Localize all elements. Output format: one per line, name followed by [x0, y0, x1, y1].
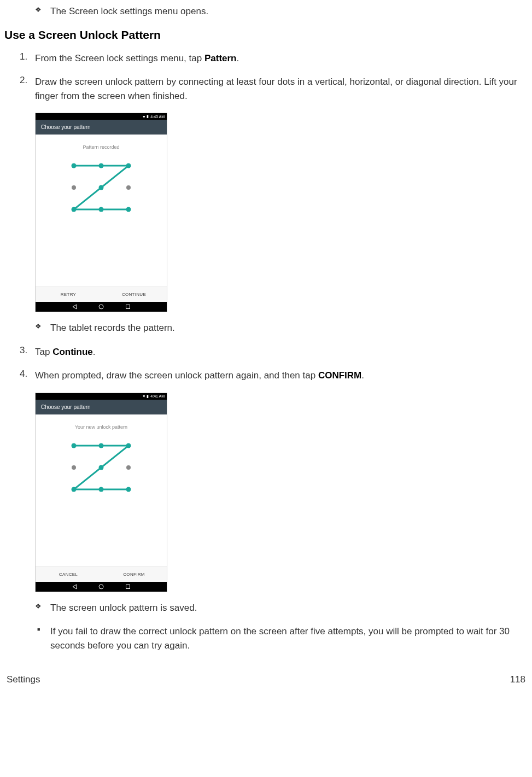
- back-icon: [72, 304, 78, 309]
- screenshot-confirm-pattern: ♥ ▮ 4:41 AM Choose your pattern Your new…: [35, 393, 167, 592]
- cancel-button: CANCEL: [36, 567, 101, 582]
- continue-button: CONTINUE: [101, 287, 167, 302]
- back-icon: [72, 584, 78, 589]
- wifi-icon: ♥: [143, 115, 145, 119]
- nav-bar: [36, 582, 167, 592]
- svg-point-1: [99, 305, 103, 309]
- svg-rect-5: [126, 585, 130, 588]
- step-3: 3. Tap Continue.: [20, 345, 528, 359]
- footer-section: Settings: [7, 674, 40, 685]
- pattern-dot: [72, 207, 77, 212]
- app-bar-title: Choose your pattern: [36, 120, 167, 135]
- phone-content: Your new unlock pattern: [36, 414, 167, 566]
- pattern-dot: [72, 443, 77, 448]
- status-time: 4:40 AM: [150, 115, 165, 119]
- step-number: 3.: [20, 345, 35, 356]
- battery-icon: ▮: [147, 394, 149, 399]
- nav-bar: [36, 302, 167, 312]
- pattern-dot: [99, 185, 104, 190]
- home-icon: [98, 584, 104, 589]
- pattern-dot: [72, 185, 76, 190]
- pattern-dot: [126, 443, 131, 448]
- result-bullet: ❖ The screen unlock pattern is saved.: [35, 601, 528, 615]
- pattern-grid: [60, 437, 142, 498]
- page-footer: Settings 118: [4, 674, 528, 685]
- pattern-dot: [126, 185, 131, 190]
- step-number: 4.: [20, 369, 35, 379]
- footer-page-number: 118: [510, 674, 525, 685]
- section-heading: Use a Screen Unlock Pattern: [4, 28, 528, 42]
- step-text: Draw the screen unlock pattern by connec…: [35, 75, 528, 103]
- svg-marker-3: [73, 585, 77, 589]
- diamond-bullet-icon: ❖: [35, 4, 50, 15]
- svg-point-4: [99, 585, 103, 589]
- pattern-dot: [72, 163, 77, 168]
- step-1: 1. From the Screen lock settings menu, t…: [20, 51, 528, 66]
- step-text: Tap Continue.: [35, 345, 96, 359]
- pattern-dot: [99, 207, 104, 212]
- step-number: 2.: [20, 75, 35, 86]
- pattern-message: Your new unlock pattern: [36, 424, 167, 430]
- pattern-dot: [72, 465, 76, 470]
- battery-icon: ▮: [147, 114, 149, 119]
- status-time: 4:41 AM: [150, 394, 165, 398]
- result-bullet: ❖ The Screen lock settings menu opens.: [35, 4, 528, 19]
- retry-button: RETRY: [36, 287, 101, 302]
- status-bar: ♥ ▮ 4:40 AM: [36, 113, 167, 120]
- phone-action-bar: RETRY CONTINUE: [36, 287, 167, 302]
- step-4: 4. When prompted, draw the screen unlock…: [20, 369, 528, 383]
- bullet-text: The screen unlock pattern is saved.: [50, 601, 197, 615]
- svg-marker-0: [73, 305, 77, 309]
- step-text: From the Screen lock settings menu, tap …: [35, 51, 239, 66]
- bullet-text: The tablet records the pattern.: [50, 321, 175, 335]
- pattern-dot: [126, 487, 131, 492]
- pattern-dot: [72, 487, 77, 492]
- confirm-button: CONFIRM: [101, 567, 167, 582]
- pattern-grid: [60, 157, 142, 218]
- phone-action-bar: CANCEL CONFIRM: [36, 566, 167, 582]
- pattern-dot: [99, 443, 104, 448]
- app-bar-title: Choose your pattern: [36, 400, 167, 414]
- pattern-dot: [126, 163, 131, 168]
- diamond-bullet-icon: ❖: [35, 321, 50, 332]
- pattern-message: Pattern recorded: [36, 144, 167, 150]
- pattern-dot: [99, 465, 104, 470]
- square-bullet-icon: ■: [37, 624, 50, 635]
- step-2: 2. Draw the screen unlock pattern by con…: [20, 75, 528, 103]
- step-text: When prompted, draw the screen unlock pa…: [35, 369, 364, 383]
- pattern-dot: [99, 163, 104, 168]
- note-bullet: ■ If you fail to draw the correct unlock…: [37, 624, 528, 652]
- pattern-dot: [126, 207, 131, 212]
- pattern-dot: [99, 487, 104, 492]
- wifi-icon: ♥: [143, 394, 145, 398]
- svg-rect-2: [126, 305, 130, 309]
- home-icon: [98, 304, 104, 309]
- bullet-text: The Screen lock settings menu opens.: [50, 4, 208, 19]
- recents-icon: [125, 584, 131, 589]
- recents-icon: [125, 304, 131, 309]
- status-bar: ♥ ▮ 4:41 AM: [36, 393, 167, 400]
- diamond-bullet-icon: ❖: [35, 601, 50, 612]
- pattern-dot: [126, 465, 131, 470]
- result-bullet: ❖ The tablet records the pattern.: [35, 321, 528, 335]
- note-text: If you fail to draw the correct unlock p…: [50, 624, 528, 652]
- screenshot-pattern-recorded: ♥ ▮ 4:40 AM Choose your pattern Pattern …: [35, 113, 167, 312]
- step-number: 1.: [20, 51, 35, 62]
- phone-content: Pattern recorded: [36, 135, 167, 287]
